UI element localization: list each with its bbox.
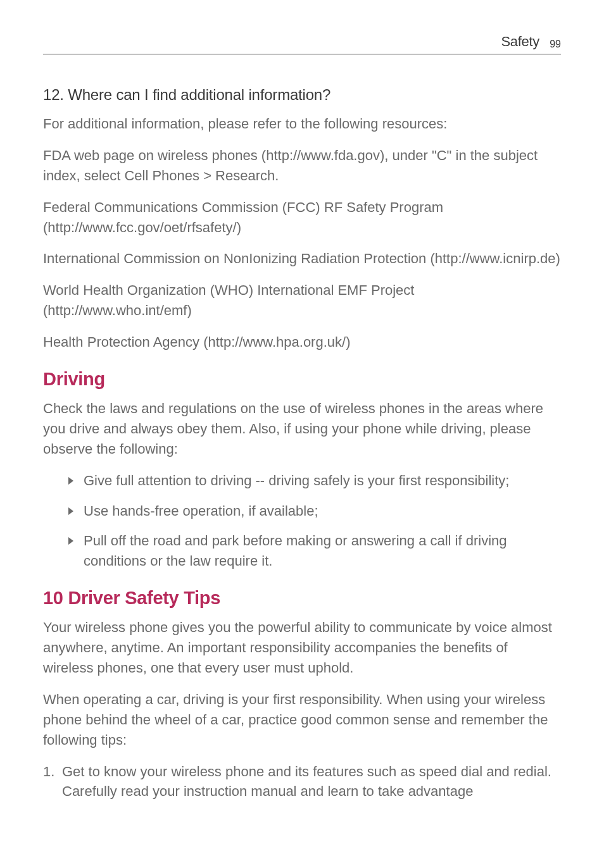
tips-numbered-list: Get to know your wireless phone and its … [43, 762, 561, 802]
list-item: Give full attention to driving -- drivin… [43, 471, 561, 491]
q12-heading: 12. Where can I find additional informat… [43, 86, 561, 104]
page-header: Safety 99 [43, 32, 561, 54]
q12-p1: For additional information, please refer… [43, 114, 561, 134]
driving-bullets: Give full attention to driving -- drivin… [43, 471, 561, 572]
tips-heading: 10 Driver Safety Tips [43, 588, 561, 609]
triangle-bullet-icon [68, 537, 73, 545]
header-section-title: Safety [501, 34, 539, 50]
driving-heading: Driving [43, 369, 561, 390]
bullet-text: Give full attention to driving -- drivin… [84, 473, 509, 488]
q12-p4: International Commission on NonIonizing … [43, 249, 561, 269]
list-item: Use hands-free operation, if available; [43, 501, 561, 521]
bullet-text: Use hands-free operation, if available; [84, 503, 318, 519]
q12-p3: Federal Communications Commission (FCC) … [43, 197, 561, 238]
driving-intro: Check the laws and regulations on the us… [43, 399, 561, 459]
tip-text: Get to know your wireless phone and its … [62, 764, 551, 800]
tips-p1: Your wireless phone gives you the powerf… [43, 617, 561, 678]
triangle-bullet-icon [68, 507, 73, 515]
list-item: Pull off the road and park before making… [43, 531, 561, 571]
bullet-text: Pull off the road and park before making… [84, 533, 507, 569]
q12-p2: FDA web page on wireless phones (http://… [43, 146, 561, 186]
q12-p6: Health Protection Agency (http://www.hpa… [43, 332, 561, 352]
list-item: Get to know your wireless phone and its … [43, 762, 561, 802]
triangle-bullet-icon [68, 477, 73, 485]
header-page-number: 99 [550, 39, 561, 50]
q12-p5: World Health Organization (WHO) Internat… [43, 280, 561, 321]
tips-p2: When operating a car, driving is your fi… [43, 690, 561, 750]
